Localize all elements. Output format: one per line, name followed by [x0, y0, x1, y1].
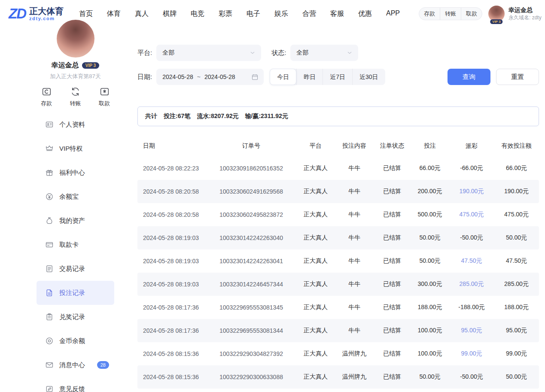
- cell-bet-content: 牛牛: [335, 211, 374, 219]
- cell-bet-status: 已结算: [374, 327, 411, 334]
- nav-item-sports[interactable]: 体育: [107, 9, 121, 18]
- nav-item-lottery[interactable]: 彩票: [219, 9, 232, 18]
- sidebar-item-welfare-center[interactable]: 福利中心: [37, 161, 114, 185]
- transfer-link[interactable]: 转账: [440, 8, 461, 20]
- cell-bet-amount: 66.00元: [411, 164, 449, 172]
- col-platform: 平台: [296, 142, 335, 150]
- bet-records-section: 共计 投注:67笔 流水:8207.92元 输/赢:2311.92元 日期 订单…: [137, 106, 539, 389]
- cell-order-no: 1003229290300633088: [206, 374, 296, 380]
- platform-select[interactable]: 全部: [156, 45, 261, 61]
- nav-item-chess-cards[interactable]: 棋牌: [163, 9, 177, 18]
- cell-valid-bet: 285.00元: [494, 280, 539, 288]
- nav-item-live-casino[interactable]: 真人: [135, 9, 149, 18]
- cell-order-no: 1003229695553081344: [206, 327, 296, 334]
- main-content: 平台: 全部 状态: 全部 日期: 2024-05-28 ~ 2024-05-2…: [129, 27, 545, 392]
- sidebar-item-bet-records[interactable]: 投注记录: [37, 281, 114, 305]
- cell-bet-content: 牛牛: [335, 280, 374, 288]
- cell-platform: 正大真人: [296, 234, 335, 242]
- cell-payout: 190.00元: [449, 188, 494, 195]
- vip-level-badge: VIP 3: [82, 62, 99, 69]
- quick-action-withdraw[interactable]: 取款: [99, 86, 110, 107]
- cell-bet-amount: 50.00元: [411, 257, 449, 265]
- site-logo[interactable]: ZD 正大体育 zdty.com: [9, 6, 64, 22]
- user-info[interactable]: VIP 3 幸运金总 永久域名: zdty: [488, 6, 545, 22]
- cell-valid-bet: 66.00元: [494, 164, 539, 172]
- nav-item-app[interactable]: APP: [386, 9, 400, 18]
- main-nav: 首页 体育 真人 棋牌 电竞 彩票 电子 娱乐 合营 客服 优惠 APP: [79, 9, 400, 18]
- quick-action-deposit[interactable]: 存款: [41, 86, 52, 107]
- cell-payout: 475.00元: [449, 211, 494, 219]
- sidebar-item-feedback[interactable]: 意见反馈: [37, 377, 114, 392]
- range-last-7-days[interactable]: 近7日: [323, 69, 352, 85]
- user-name: 幸运金总: [508, 6, 542, 15]
- sidebar-item-profile[interactable]: 个人资料: [37, 112, 114, 137]
- range-last-30-days[interactable]: 近30日: [352, 69, 385, 85]
- chevron-down-icon: [249, 49, 256, 56]
- cell-bet-amount: 188.00元: [411, 304, 449, 311]
- cell-payout: 95.00元: [449, 327, 494, 334]
- col-date: 日期: [137, 142, 206, 150]
- nav-item-customer-service[interactable]: 客服: [330, 9, 344, 18]
- sidebar-menu: 个人资料 VIP特权 福利中心 余额宝 我的资产 取款卡: [37, 112, 114, 392]
- nav-item-home[interactable]: 首页: [79, 9, 93, 18]
- cell-date: 2024-05-28 08:22:23: [137, 165, 206, 172]
- deposit-link[interactable]: 存款: [419, 8, 440, 20]
- cell-payout: 47.50元: [449, 257, 494, 265]
- sidebar-item-transaction-records[interactable]: 交易记录: [37, 257, 114, 281]
- profile-name: 幸运金总: [52, 61, 79, 70]
- cell-bet-status: 已结算: [374, 280, 411, 288]
- cell-platform: 正大真人: [296, 373, 335, 381]
- cell-payout: -50.00元: [449, 373, 494, 381]
- withdraw-link[interactable]: 取款: [461, 8, 482, 20]
- nav-item-partnership[interactable]: 合营: [302, 9, 316, 18]
- list-document-icon: [45, 264, 54, 273]
- cell-order-no: 1003230142246457344: [206, 281, 296, 288]
- sidebar-item-yuebao[interactable]: 余额宝: [37, 185, 114, 209]
- quick-action-transfer[interactable]: 转账: [70, 86, 81, 107]
- cell-bet-content: 牛牛: [335, 304, 374, 311]
- cell-bet-content: 温州牌九: [335, 373, 374, 381]
- table-row: 2024-05-28 08:17:36 1003229695553081345 …: [137, 296, 539, 319]
- col-valid-bet: 有效投注额: [494, 142, 539, 150]
- col-bet-amount: 投注: [411, 142, 449, 150]
- nav-item-entertainment[interactable]: 娱乐: [274, 9, 288, 18]
- range-today[interactable]: 今日: [270, 69, 296, 85]
- profile-avatar[interactable]: [57, 20, 94, 58]
- cell-bet-amount: 500.00元: [411, 211, 449, 219]
- range-yesterday[interactable]: 昨日: [296, 69, 323, 85]
- quick-actions: 存款 转账 取款: [37, 86, 114, 107]
- wallet-actions-pill: 存款 转账 取款: [419, 7, 482, 20]
- reset-button[interactable]: 重置: [496, 69, 539, 85]
- clipboard-icon: [45, 313, 54, 321]
- cell-bet-status: 已结算: [374, 211, 411, 219]
- date-range-input[interactable]: 2024-05-28 ~ 2024-05-28: [156, 69, 264, 85]
- sidebar-item-vip-privileges[interactable]: VIP特权: [37, 137, 114, 161]
- cell-valid-bet: 190.00元: [494, 188, 539, 195]
- cell-date: 2024-05-28 08:19:03: [137, 258, 206, 264]
- col-order-no: 订单号: [206, 142, 296, 150]
- search-button[interactable]: 查询: [448, 69, 490, 85]
- cell-platform: 正大真人: [296, 280, 335, 288]
- col-bet-status: 注单状态: [374, 142, 411, 150]
- nav-item-promotions[interactable]: 优惠: [358, 9, 372, 18]
- calendar-icon: [251, 73, 259, 81]
- table-body: 2024-05-28 08:22:23 1003230918620516352 …: [137, 157, 539, 389]
- cell-valid-bet: 47.50元: [494, 257, 539, 265]
- cell-order-no: 1003230602491629568: [206, 188, 296, 195]
- sidebar-item-message-center[interactable]: 消息中心 28: [37, 353, 114, 377]
- cell-date: 2024-05-28 08:19:03: [137, 281, 206, 288]
- nav-item-esports[interactable]: 电竞: [191, 9, 204, 18]
- cell-platform: 正大真人: [296, 257, 335, 265]
- sidebar-item-my-assets[interactable]: 我的资产: [37, 209, 114, 233]
- cell-bet-amount: 50.00元: [411, 373, 449, 381]
- sidebar-item-withdraw-card[interactable]: 取款卡: [37, 233, 114, 257]
- cell-platform: 正大真人: [296, 327, 335, 334]
- site-title: 正大体育: [29, 6, 64, 16]
- sidebar-item-redeem-records[interactable]: 兑奖记录: [37, 305, 114, 329]
- cell-bet-status: 已结算: [374, 234, 411, 242]
- sidebar-item-gold-coin-balance[interactable]: 金币余额: [37, 329, 114, 353]
- nav-item-slots[interactable]: 电子: [247, 9, 260, 18]
- status-select[interactable]: 全部: [290, 45, 358, 61]
- table-row: 2024-05-28 08:19:03 1003230142242263041 …: [137, 249, 539, 273]
- status-select-value: 全部: [296, 49, 308, 57]
